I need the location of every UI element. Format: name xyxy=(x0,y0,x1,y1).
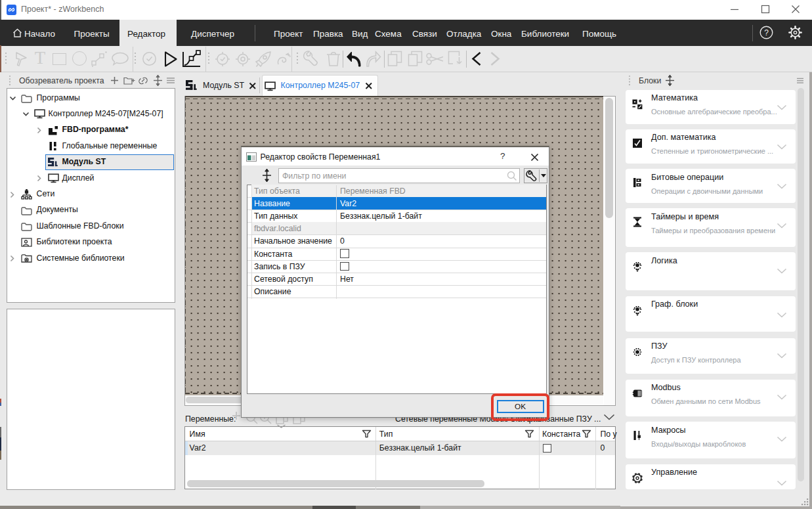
svg-text:?: ? xyxy=(764,28,769,37)
